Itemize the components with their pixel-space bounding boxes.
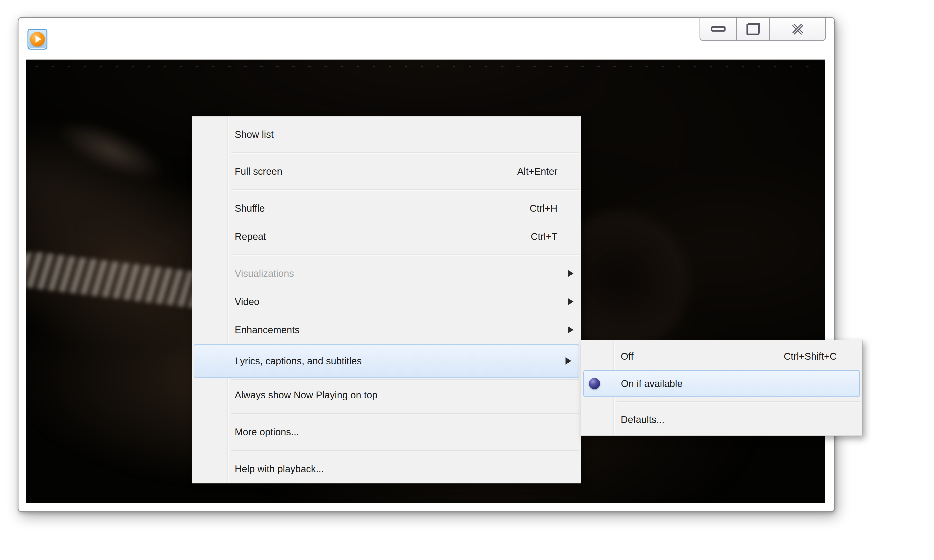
menu-separator	[231, 185, 579, 194]
submenu-arrow-icon	[566, 357, 571, 365]
menu-separator	[617, 397, 860, 406]
menu-separator	[231, 149, 579, 157]
restore-button[interactable]	[736, 18, 769, 40]
menu-item-show-list[interactable]: Show list	[192, 120, 581, 149]
menu-separator	[231, 378, 579, 381]
video-top-artifacts	[35, 66, 815, 67]
menu-separator	[231, 251, 579, 259]
menu-item-enhancements[interactable]: Enhancements	[192, 316, 581, 344]
playback-context-menu: Show list Full screen Alt+Enter Shuffle …	[192, 116, 581, 483]
close-icon	[791, 22, 805, 36]
wmp-app-icon[interactable]	[28, 29, 48, 49]
submenu-item-on-if-available[interactable]: On if available	[583, 370, 860, 397]
caption-button-group	[700, 18, 826, 41]
menu-item-full-screen[interactable]: Full screen Alt+Enter	[192, 157, 581, 185]
menu-item-repeat[interactable]: Repeat Ctrl+T	[192, 222, 581, 251]
submenu-arrow-icon	[568, 298, 573, 305]
minimize-button[interactable]	[700, 18, 736, 40]
submenu-arrow-icon	[568, 270, 573, 277]
restore-icon	[746, 23, 760, 35]
menu-item-shuffle[interactable]: Shuffle Ctrl+H	[192, 194, 581, 222]
lyrics-captions-submenu: Off Ctrl+Shift+C On if available Default…	[581, 340, 863, 436]
menu-separator	[231, 446, 579, 455]
menu-item-visualizations[interactable]: Visualizations	[192, 259, 581, 288]
close-button[interactable]	[769, 18, 825, 40]
menu-item-lyrics-captions-subtitles[interactable]: Lyrics, captions, and subtitles	[194, 344, 580, 378]
menu-item-more-options[interactable]: More options...	[192, 418, 581, 446]
menu-separator	[231, 409, 579, 418]
menu-item-always-show-now-playing-on-top[interactable]: Always show Now Playing on top	[192, 381, 581, 409]
submenu-item-defaults[interactable]: Defaults...	[581, 406, 862, 433]
submenu-item-off[interactable]: Off Ctrl+Shift+C	[581, 343, 862, 370]
submenu-arrow-icon	[568, 326, 573, 334]
radio-selected-icon	[589, 378, 600, 389]
menu-item-help-with-playback[interactable]: Help with playback...	[192, 455, 581, 483]
desktop: Show list Full screen Alt+Enter Shuffle …	[0, 0, 934, 560]
play-icon	[35, 35, 42, 43]
menu-item-video[interactable]: Video	[192, 288, 581, 316]
minimize-icon	[711, 26, 726, 32]
